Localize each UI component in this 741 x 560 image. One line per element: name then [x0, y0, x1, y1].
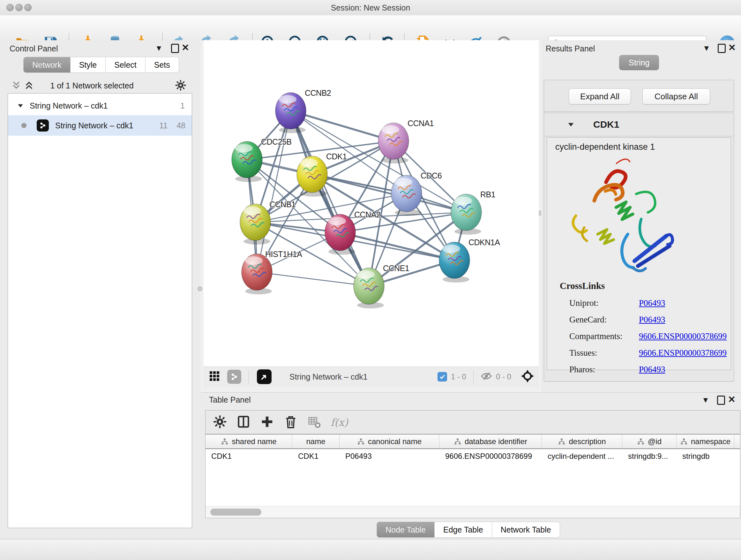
- float-panel-icon[interactable]: [718, 44, 726, 52]
- network-share-icon: [37, 119, 49, 132]
- node-label-CDC25B: CDC25B: [261, 137, 292, 146]
- delete-table-icon: [307, 415, 322, 430]
- table-cell-description[interactable]: cyclin-dependent ...: [542, 452, 622, 461]
- network-tree: String Network – cdk1 1 String Network –…: [8, 93, 192, 528]
- tab-style[interactable]: Style: [71, 57, 106, 73]
- delete-column-trash-icon[interactable]: [283, 415, 298, 430]
- crosslink-uniprot[interactable]: P06493: [639, 298, 665, 308]
- node-label-HIST1H1A: HIST1H1A: [265, 250, 302, 259]
- main-toolbar: ?: [0, 15, 741, 41]
- crosslink-genecard[interactable]: P06493: [639, 315, 665, 325]
- table-cell-name[interactable]: CDK1: [292, 452, 340, 461]
- network-node-CCNA1[interactable]: CCNA1: [378, 119, 434, 164]
- hierarchy-icon: [680, 438, 688, 445]
- network-view-footer: String Network – cdk1 1 - 0 0 - 0: [204, 367, 539, 387]
- crosslink-pharos[interactable]: P06493: [639, 365, 665, 374]
- table-cell-database-identifier[interactable]: 9606.ENSP00000378699: [440, 452, 542, 461]
- tab-edge-table[interactable]: Edge Table: [434, 522, 492, 538]
- network-node-RB1[interactable]: RB1: [451, 190, 495, 235]
- expand-all-button[interactable]: Expand All: [569, 88, 631, 105]
- table-cell-namespace[interactable]: stringdb: [677, 452, 734, 461]
- collapse-panel-icon[interactable]: ▼: [155, 44, 163, 52]
- show-columns-icon[interactable]: [236, 415, 251, 430]
- crosslink-tissues[interactable]: 9606.ENSP00000378699: [639, 348, 727, 358]
- collapse-all-button[interactable]: Collapse All: [643, 88, 710, 105]
- close-panel-icon[interactable]: ✕: [181, 44, 190, 52]
- network-node-CDKN1A[interactable]: CDKN1A: [439, 238, 500, 283]
- tab-network-table[interactable]: Network Table: [492, 522, 560, 538]
- crosslink-label: Compartments:: [569, 331, 639, 341]
- column-header-namespace[interactable]: namespace: [677, 435, 734, 448]
- column-header-database-identifier[interactable]: database identifier: [440, 435, 542, 448]
- collapse-panel-icon[interactable]: ▼: [702, 44, 711, 52]
- tab-select[interactable]: Select: [106, 57, 145, 73]
- window-title: Session: New Session: [0, 3, 741, 12]
- table-body: CDK1CDK1P064939606.ENSP00000378699cyclin…: [205, 449, 740, 506]
- add-column-icon[interactable]: [260, 415, 274, 430]
- network-edge-count: 48: [177, 121, 185, 130]
- hidden-eye-icon: [481, 370, 492, 383]
- tab-sets[interactable]: Sets: [145, 57, 179, 73]
- float-panel-icon[interactable]: [717, 396, 725, 404]
- network-node-HIST1H1A[interactable]: HIST1H1A: [242, 250, 302, 294]
- selected-checkbox-icon[interactable]: [437, 372, 447, 381]
- tab-string[interactable]: String: [619, 55, 659, 70]
- network-edge-CCNB2-CCNA1[interactable]: [291, 111, 394, 141]
- table-row[interactable]: CDK1CDK1P064939606.ENSP00000378699cyclin…: [205, 449, 740, 463]
- table-toolbar: f(x): [205, 411, 740, 434]
- crosshair-icon[interactable]: [521, 369, 534, 384]
- gene-detail-box: cyclin-dependent kinase 1 CrossLinks Un: [547, 137, 731, 370]
- column-header-description[interactable]: description: [542, 435, 622, 448]
- function-builder-icon: f(x): [331, 416, 348, 428]
- crosslink-compartments[interactable]: 9606.ENSP00000378699: [639, 331, 727, 341]
- crosslink-label: GeneCard:: [569, 315, 639, 325]
- right-splitter[interactable]: [539, 40, 541, 392]
- network-share-view-icon[interactable]: [227, 370, 241, 384]
- grid-view-icon[interactable]: [209, 370, 220, 383]
- gene-description: cyclin-dependent kinase 1: [547, 138, 731, 152]
- table-settings-gear-icon[interactable]: [212, 415, 227, 430]
- close-panel-icon[interactable]: ✕: [728, 44, 736, 52]
- network-edge-CCNB2-CCNE1[interactable]: [291, 111, 369, 286]
- table-cell-shared-name[interactable]: CDK1: [205, 452, 292, 461]
- crosslink-label: Tissues:: [569, 348, 639, 358]
- network-edge-HIST1H1A-CCNE1[interactable]: [257, 272, 369, 286]
- gene-section-header[interactable]: CDK1: [544, 113, 734, 136]
- hierarchy-icon: [454, 438, 461, 445]
- horizontal-splitter[interactable]: [204, 387, 539, 392]
- network-node-CCNB1[interactable]: CCNB1: [240, 200, 295, 245]
- node-label-CCNA1: CCNA1: [408, 119, 434, 128]
- network-canvas[interactable]: CCNB2CCNA1CDC25BCDK1CDC6RB1CCNB1CCNA2CDK…: [204, 40, 539, 367]
- network-collection-row[interactable]: String Network – cdk1 1: [8, 96, 192, 116]
- gene-section-box: CDK1 cyclin-dependent kinase 1: [544, 113, 734, 381]
- float-panel-icon[interactable]: [171, 44, 179, 52]
- column-label: shared name: [232, 437, 276, 446]
- node-label-RB1: RB1: [480, 190, 495, 199]
- scrollbar-thumb[interactable]: [210, 509, 261, 516]
- column-header--id[interactable]: @id: [622, 435, 677, 448]
- table-cell--id[interactable]: stringdb:9...: [622, 452, 677, 461]
- network-edge-CCNB2-HIST1H1A[interactable]: [257, 111, 291, 272]
- network-row[interactable]: String Network – cdk1 11 48: [8, 115, 192, 136]
- results-panel: Results Panel ▼ ✕ String Expand All Coll…: [541, 40, 741, 392]
- column-header-name[interactable]: name: [292, 435, 340, 448]
- network-node-CCNA2[interactable]: CCNA2: [325, 210, 381, 255]
- tab-network[interactable]: Network: [23, 57, 71, 73]
- column-label: name: [306, 437, 325, 446]
- network-node-CCNB2[interactable]: CCNB2: [275, 88, 331, 133]
- network-node-CCNE1[interactable]: CCNE1: [354, 264, 409, 308]
- birds-eye-view-icon[interactable]: [257, 369, 272, 384]
- splitter-handle[interactable]: [198, 287, 202, 291]
- table-cell-canonical-name[interactable]: P06493: [340, 452, 440, 461]
- left-splitter[interactable]: [200, 40, 204, 392]
- close-panel-icon[interactable]: ✕: [728, 395, 736, 403]
- network-label: String Network – cdk1: [55, 121, 133, 130]
- collapse-panel-icon[interactable]: ▼: [701, 396, 710, 404]
- column-header-shared-name[interactable]: shared name: [205, 435, 292, 448]
- network-graph[interactable]: CCNB2CCNA1CDC25BCDK1CDC6RB1CCNB1CCNA2CDK…: [204, 40, 539, 367]
- column-header-canonical-name[interactable]: canonical name: [340, 435, 440, 448]
- title-bar: Session: New Session: [0, 0, 741, 16]
- network-options-gear-icon[interactable]: [175, 79, 187, 92]
- tab-node-table[interactable]: Node Table: [377, 522, 434, 538]
- table-horizontal-scrollbar[interactable]: [205, 506, 740, 518]
